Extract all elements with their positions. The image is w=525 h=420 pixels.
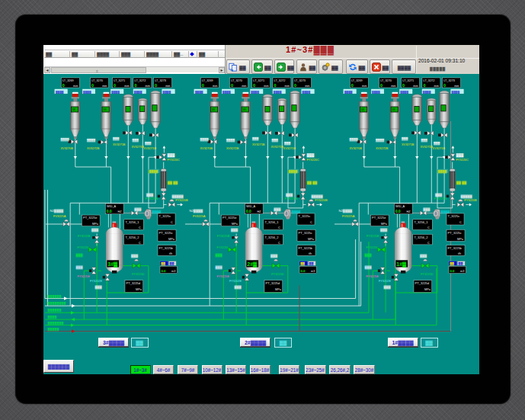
- svg-text:▓▓▓▓▓▓▓: ▓▓▓▓▓▓▓: [48, 321, 64, 325]
- svg-text:▓▓▓▓▓▓▓▓: ▓▓▓▓▓▓▓▓: [48, 301, 66, 306]
- svg-text:2#▓: 2#▓: [247, 261, 258, 268]
- svg-text:3#▓: 3#▓: [107, 261, 118, 268]
- svg-text:▓▓▓▓▓: ▓▓▓▓▓: [48, 327, 59, 332]
- svg-text:▓▓▓▓▓▓: ▓▓▓▓▓▓: [48, 294, 62, 299]
- svg-text:▓▓▓▓▓▓: ▓▓▓▓▓▓: [48, 308, 62, 313]
- svg-text:▓▓▓▓: ▓▓▓▓: [48, 315, 57, 319]
- svg-text:1#▓: 1#▓: [396, 261, 407, 268]
